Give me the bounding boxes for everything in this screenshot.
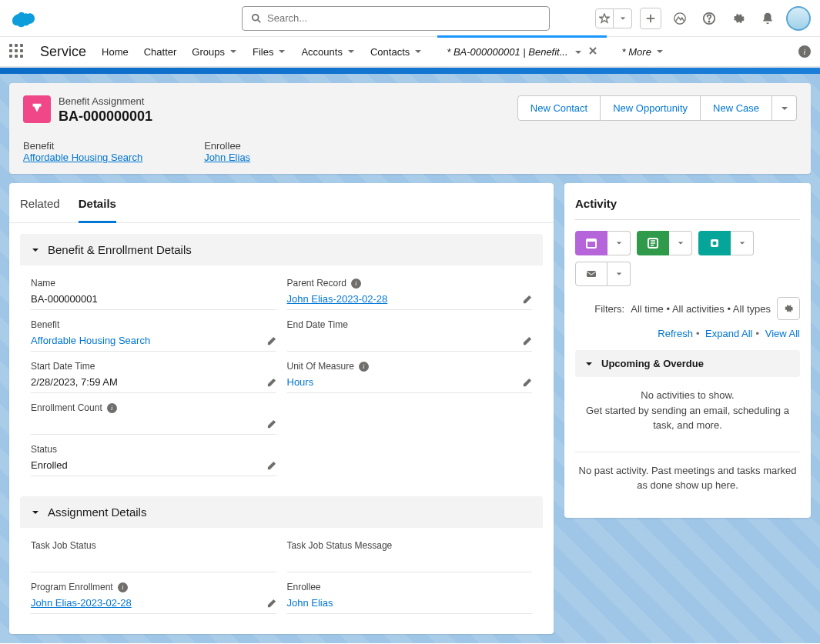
add-button[interactable]	[640, 8, 661, 29]
info-icon[interactable]: i	[351, 279, 361, 289]
header-field-enrollee: Enrollee John Elias	[204, 140, 250, 163]
field-name: Name BA-000000001	[31, 273, 276, 315]
field-label: Enrollee	[204, 140, 250, 152]
log-call-button[interactable]	[698, 231, 731, 255]
record-type-icon	[23, 95, 51, 123]
edit-pencil-icon[interactable]	[522, 295, 532, 307]
edit-pencil-icon[interactable]	[522, 378, 532, 390]
nav-accounts[interactable]: Accounts	[301, 36, 354, 67]
activity-title: Activity	[575, 197, 800, 220]
nav-files[interactable]: Files	[253, 36, 286, 67]
user-avatar[interactable]	[786, 6, 811, 31]
field-benefit: Benefit Affordable Housing Search	[31, 315, 276, 356]
info-icon[interactable]: i	[107, 403, 117, 413]
content-area: Benefit Assignment BA-000000001 New Cont…	[0, 74, 820, 643]
new-opportunity-button[interactable]: New Opportunity	[601, 95, 701, 121]
uom-link[interactable]: Hours	[287, 372, 533, 393]
field-program-enrollment: Program Enrollmenti John Elias-2023-02-2…	[31, 577, 276, 619]
edit-pencil-icon[interactable]	[522, 336, 532, 349]
enrollee-link[interactable]: John Elias	[204, 152, 250, 163]
activity-links: Refresh• Expand All• View All	[575, 328, 800, 339]
new-contact-button[interactable]: New Contact	[517, 95, 601, 121]
call-dropdown[interactable]	[731, 231, 754, 255]
edit-pencil-icon[interactable]	[266, 461, 276, 473]
record-tabs: Related Details	[9, 183, 554, 223]
field-label: Benefit	[23, 140, 142, 152]
notifications-bell-icon[interactable]	[757, 8, 778, 29]
section-header[interactable]: Assignment Details	[20, 496, 543, 528]
chevron-down-icon	[31, 508, 40, 517]
app-nav: Service Home Chatter Groups Files Accoun…	[0, 37, 820, 68]
setup-gear-icon[interactable]	[728, 8, 749, 29]
chevron-down-icon	[347, 48, 355, 55]
chevron-down-icon	[414, 48, 422, 55]
edit-pencil-icon[interactable]	[266, 599, 276, 611]
nav-more[interactable]: * More	[622, 46, 664, 58]
refresh-link[interactable]: Refresh	[658, 328, 693, 339]
section-benefit-enrollment: Benefit & Enrollment Details Name BA-000…	[20, 234, 543, 486]
chevron-down-icon	[31, 245, 40, 255]
no-past-activity-message: No past activity. Past meetings and task…	[575, 452, 800, 504]
header-actions	[595, 6, 811, 31]
workspace-tab-active[interactable]: * BA-000000001 | Benefit...	[437, 35, 606, 66]
task-dropdown[interactable]	[669, 231, 692, 255]
brand-strip	[0, 68, 820, 74]
view-all-link[interactable]: View All	[765, 328, 800, 339]
email-button[interactable]	[575, 262, 607, 286]
nav-groups[interactable]: Groups	[192, 36, 237, 67]
info-icon[interactable]: i	[798, 45, 811, 58]
global-search	[242, 6, 550, 31]
edit-pencil-icon[interactable]	[266, 378, 276, 390]
favorites-dropdown[interactable]	[614, 8, 632, 28]
field-parent-record: Parent Recordi John Elias-2023-02-28	[287, 273, 533, 315]
field-status: Status Enrolled	[31, 439, 276, 481]
edit-pencil-icon[interactable]	[266, 336, 276, 349]
benefit-link[interactable]: Affordable Housing Search	[31, 330, 276, 352]
trailhead-icon[interactable]	[669, 8, 691, 29]
svg-point-0	[253, 14, 259, 20]
record-title: BA-000000001	[59, 108, 152, 125]
field-enrollment-count: Enrollment Counti	[31, 398, 276, 439]
svg-rect-10	[587, 239, 596, 242]
svg-rect-3	[647, 18, 655, 19]
nav-contacts[interactable]: Contacts	[370, 36, 422, 67]
enrollee-link[interactable]: John Elias	[287, 592, 533, 614]
field-task-job-status: Task Job Status	[31, 536, 276, 577]
email-dropdown[interactable]	[607, 262, 631, 286]
info-icon[interactable]: i	[118, 582, 128, 592]
expand-all-link[interactable]: Expand All	[705, 328, 752, 339]
filter-settings-icon[interactable]	[777, 297, 800, 320]
help-icon[interactable]	[698, 8, 720, 29]
info-icon[interactable]: i	[359, 362, 369, 372]
program-enrollment-link[interactable]: John Elias-2023-02-28	[31, 597, 132, 609]
event-dropdown[interactable]	[607, 231, 631, 255]
new-event-button[interactable]	[575, 231, 607, 255]
parent-record-link[interactable]: John Elias-2023-02-28	[287, 293, 388, 305]
global-header	[0, 0, 820, 37]
tab-related[interactable]: Related	[20, 197, 60, 222]
salesforce-logo-icon	[9, 8, 40, 29]
chevron-down-icon	[584, 359, 594, 369]
nav-chatter[interactable]: Chatter	[144, 36, 177, 67]
more-actions-dropdown[interactable]	[772, 95, 797, 121]
new-task-button[interactable]	[637, 231, 669, 255]
header-actions: New Contact New Opportunity New Case	[517, 95, 797, 121]
benefit-link[interactable]: Affordable Housing Search	[23, 152, 142, 163]
close-tab-icon[interactable]	[588, 46, 597, 58]
section-header[interactable]: Benefit & Enrollment Details	[20, 234, 543, 265]
app-launcher-icon[interactable]	[9, 44, 25, 59]
field-enrollee: Enrollee John Elias	[287, 577, 533, 619]
upcoming-overdue-header[interactable]: Upcoming & Overdue	[575, 350, 800, 377]
field-end-date: End Date Time	[287, 315, 533, 356]
nav-home[interactable]: Home	[102, 36, 129, 67]
edit-pencil-icon[interactable]	[266, 419, 276, 432]
app-name: Service	[40, 44, 86, 60]
search-input[interactable]	[242, 6, 550, 31]
chevron-down-icon[interactable]	[574, 48, 582, 56]
favorite-button[interactable]	[595, 8, 614, 28]
object-label: Benefit Assignment	[59, 95, 152, 107]
new-case-button[interactable]: New Case	[701, 95, 772, 121]
svg-point-13	[713, 242, 717, 245]
chevron-down-icon	[656, 48, 664, 55]
tab-details[interactable]: Details	[79, 197, 116, 223]
